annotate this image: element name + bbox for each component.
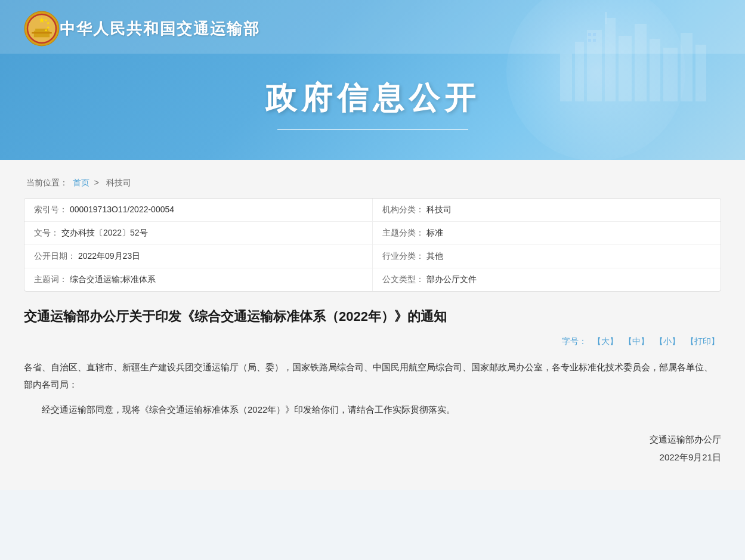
font-large-button[interactable]: 【大】 <box>593 336 618 346</box>
font-medium-button[interactable]: 【中】 <box>624 336 649 346</box>
info-label-gongwen: 公文类型： <box>382 274 424 284</box>
breadcrumb-home[interactable]: 首页 <box>73 178 89 187</box>
article-title: 交通运输部办公厅关于印发《综合交通运输标准体系（2022年）》的通知 <box>24 306 721 327</box>
footer-org: 交通运输部办公厅 <box>24 431 721 448</box>
breadcrumb-separator: > <box>94 178 99 187</box>
info-value-zhutici: 综合交通运输;标准体系 <box>70 274 156 284</box>
article-footer: 交通运输部办公厅 2022年9月21日 <box>24 431 721 466</box>
font-small-button[interactable]: 【小】 <box>655 336 680 346</box>
header-banner: 政府信息公开 <box>0 54 745 160</box>
info-value-suoyinhao: 000019713O11/2022-00054 <box>70 205 174 214</box>
info-value-date: 2022年09月23日 <box>78 251 140 261</box>
svg-rect-4 <box>32 32 52 33</box>
info-label-zhutici: 主题词： <box>34 274 67 284</box>
info-value-zhuti: 标准 <box>426 228 443 237</box>
info-label-zhuti: 主题分类： <box>382 228 424 237</box>
font-size-label: 字号： <box>562 336 587 346</box>
svg-rect-25 <box>593 39 596 42</box>
breadcrumb-current: 科技司 <box>106 178 131 187</box>
national-emblem <box>24 11 60 47</box>
info-value-jigou: 科技司 <box>426 205 452 214</box>
content-area: 当前位置： 首页 > 科技司 索引号： 000019713O11/2022-00… <box>0 160 745 490</box>
info-value-wenhao: 交办科技〔2022〕52号 <box>61 228 148 237</box>
print-button[interactable]: 【打印】 <box>686 336 719 346</box>
info-label-hangye: 行业分类： <box>382 251 424 261</box>
info-table: 索引号： 000019713O11/2022-00054 机构分类： 科技司 文… <box>24 199 721 291</box>
info-value-gongwen: 部办公厅文件 <box>426 274 477 284</box>
svg-rect-22 <box>588 33 591 36</box>
breadcrumb: 当前位置： 首页 > 科技司 <box>24 172 721 198</box>
page-header: 中华人民共和国交通运输部 政府信息公开 <box>0 0 745 160</box>
info-label-suoyinhao: 索引号： <box>34 205 67 214</box>
article-body: 各省、自治区、直辖市、新疆生产建设兵团交通运输厅（局、委），国家铁路局综合司、中… <box>24 359 721 419</box>
info-row-3: 公开日期： 2022年09月23日 行业分类： 其他 <box>24 245 721 268</box>
site-title: 中华人民共和国交通运输部 <box>60 18 260 39</box>
info-row-2: 文号： 交办科技〔2022〕52号 主题分类： 标准 <box>24 222 721 245</box>
info-label-date: 公开日期： <box>34 251 76 261</box>
info-row-4: 主题词： 综合交通运输;标准体系 公文类型： 部办公厅文件 <box>24 268 721 292</box>
font-controls: 字号： 【大】 【中】 【小】 【打印】 <box>24 336 721 347</box>
article-recipients: 各省、自治区、直辖市、新疆生产建设兵团交通运输厅（局、委），国家铁路局综合司、中… <box>24 359 721 393</box>
banner-title: 政府信息公开 <box>0 78 745 119</box>
article-body-text: 经交通运输部同意，现将《综合交通运输标准体系（2022年）》印发给你们，请结合工… <box>24 401 721 419</box>
footer-date: 2022年9月21日 <box>24 448 721 466</box>
info-row-1: 索引号： 000019713O11/2022-00054 机构分类： 科技司 <box>24 199 721 222</box>
svg-rect-23 <box>593 33 596 36</box>
info-label-wenhao: 文号： <box>34 228 59 237</box>
info-card: 索引号： 000019713O11/2022-00054 机构分类： 科技司 文… <box>24 198 721 292</box>
info-value-hangye: 其他 <box>426 251 443 261</box>
breadcrumb-label: 当前位置： <box>26 178 68 187</box>
info-label-jigou: 机构分类： <box>382 205 424 214</box>
svg-rect-15 <box>605 12 607 24</box>
svg-rect-3 <box>34 31 50 38</box>
svg-rect-24 <box>588 39 591 42</box>
